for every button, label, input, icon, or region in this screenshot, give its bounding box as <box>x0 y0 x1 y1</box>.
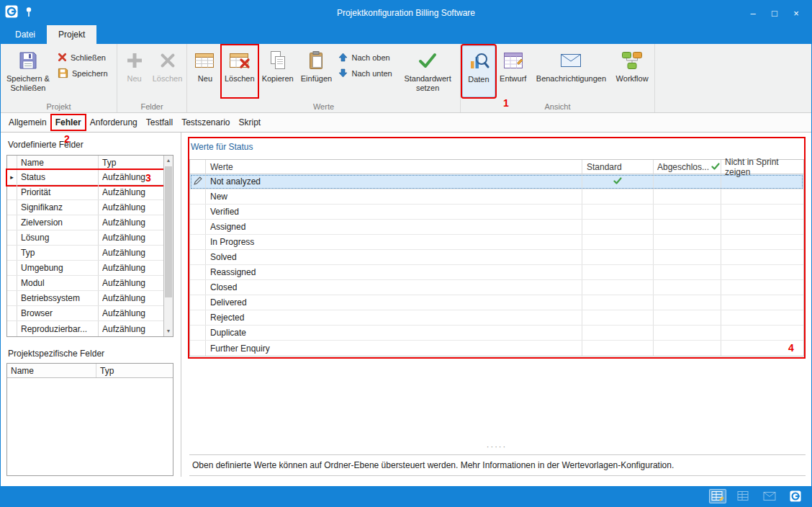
save-project-label: Speichern <box>72 69 108 78</box>
predefined-fields-label: Vordefinierte Felder <box>8 140 84 150</box>
tab-datei[interactable]: Datei <box>4 25 47 44</box>
value-row[interactable]: In Progress <box>190 235 803 250</box>
standard-check-icon <box>613 176 622 187</box>
value-row[interactable]: Assigned <box>190 220 803 235</box>
tab-allgemein[interactable]: Allgemein <box>5 115 50 130</box>
value-row[interactable]: Closed <box>190 280 803 295</box>
cell-field-typ: Aufzählung <box>99 261 163 275</box>
vertical-scrollbar[interactable]: ▲ ▼ <box>163 156 173 336</box>
panel-divider[interactable] <box>181 133 181 477</box>
maximize-button[interactable]: □ <box>764 4 785 22</box>
value-row-not-analyzed[interactable]: Not analyzed <box>190 174 803 189</box>
cell-field-typ: Aufzählung <box>99 291 163 305</box>
field-row-status[interactable]: ▸ Status Aufzählung <box>7 170 163 185</box>
column-header-sprint[interactable]: Nicht in Sprint zeigen <box>721 160 803 174</box>
current-row-arrow-icon: ▸ <box>10 174 14 181</box>
scroll-up-icon[interactable]: ▲ <box>164 156 173 166</box>
cell-field-name: Lösung <box>17 230 99 245</box>
cell-field-name: Typ <box>17 246 99 260</box>
paste-button[interactable]: Einfügen <box>298 45 335 97</box>
arrow-up-icon <box>338 53 348 63</box>
cell-value: Closed <box>206 280 582 295</box>
group-label-ansicht: Ansicht <box>461 102 654 111</box>
field-row[interactable]: Reproduzierbar...Aufzählung <box>7 321 163 336</box>
notifications-button[interactable]: Benachrichtigungen <box>531 45 612 97</box>
workflow-button[interactable]: Workflow <box>611 45 653 97</box>
field-row[interactable]: UmgebungAufzählung <box>7 261 163 276</box>
save-and-close-button[interactable]: Speichern & Schließen <box>2 45 54 97</box>
fields-table-header: Name Typ <box>7 364 173 378</box>
delete-value-button[interactable]: Löschen <box>222 45 258 97</box>
copy-button[interactable]: Kopieren <box>258 45 298 97</box>
cell-value: New <box>206 189 582 204</box>
value-row[interactable]: Verified <box>190 205 803 220</box>
column-header-standard[interactable]: Standard <box>582 160 654 174</box>
pencil-icon <box>194 176 202 187</box>
field-row[interactable]: ModulAufzählung <box>7 276 163 291</box>
minimize-button[interactable]: – <box>742 4 764 22</box>
delete-field-label: Löschen <box>153 74 183 84</box>
field-row[interactable]: SignifikanzAufzählung <box>7 200 163 215</box>
field-row[interactable]: TypAufzählung <box>7 246 163 261</box>
value-row[interactable]: New <box>190 189 803 205</box>
value-row[interactable]: Rejected <box>190 310 803 326</box>
group-label-werte: Werte <box>187 102 460 111</box>
cell-field-typ: Aufzählung <box>99 321 163 336</box>
statusbar-notifications-icon[interactable] <box>761 489 778 503</box>
cell-value: Verified <box>206 205 582 219</box>
statusbar-design-view-icon[interactable] <box>735 489 752 503</box>
field-row[interactable]: PrioritätAufzählung <box>7 185 163 200</box>
save-icon <box>18 47 38 74</box>
column-header-abgeschlossen[interactable]: Abgeschlos... <box>654 160 721 174</box>
scrollbar-thumb[interactable] <box>165 166 172 297</box>
value-row[interactable]: Duplicate <box>190 326 803 341</box>
cell-field-typ: Aufzählung <box>99 200 163 215</box>
delete-field-button[interactable]: Löschen <box>150 45 185 97</box>
scroll-down-icon[interactable]: ▼ <box>164 326 173 336</box>
group-label-felder: Felder <box>117 102 186 111</box>
column-header-werte[interactable]: Werte <box>206 160 582 174</box>
save-and-close-label: Speichern & Schließen <box>2 74 54 93</box>
cell-value: Solved <box>206 250 582 264</box>
field-row[interactable]: LösungAufzählung <box>7 230 163 246</box>
tab-projekt[interactable]: Projekt <box>47 25 96 44</box>
tab-fehler[interactable]: Fehler <box>52 115 85 130</box>
project-specific-fields-label: Projektspezifische Felder <box>8 349 104 359</box>
move-down-button[interactable]: Nach unten <box>336 67 397 80</box>
workflow-label: Workflow <box>616 74 649 84</box>
column-header-name[interactable]: Name <box>17 156 99 169</box>
save-project-button[interactable]: Speichern <box>55 67 110 80</box>
close-window-button[interactable]: × <box>785 4 807 22</box>
field-row[interactable]: ZielversionAufzählung <box>7 215 163 230</box>
column-header-typ[interactable]: Typ <box>99 156 163 169</box>
pin-icon[interactable] <box>24 6 33 20</box>
tab-testfall[interactable]: Testfall <box>143 115 176 130</box>
value-row[interactable]: Delivered <box>190 295 803 310</box>
workflow-icon <box>621 47 643 74</box>
tab-anforderung[interactable]: Anforderung <box>86 115 141 130</box>
cell-value: In Progress <box>206 235 582 249</box>
value-row[interactable]: Solved <box>190 250 803 265</box>
field-row[interactable]: BetriebssystemAufzählung <box>7 291 163 306</box>
tab-skript[interactable]: Skript <box>235 115 265 130</box>
cell-value: Duplicate <box>206 326 582 340</box>
column-header-typ[interactable]: Typ <box>96 364 173 377</box>
move-up-button[interactable]: Nach oben <box>336 51 397 64</box>
field-row[interactable]: BrowserAufzählung <box>7 306 163 321</box>
data-view-button[interactable]: Daten <box>462 45 495 97</box>
splitter-handle[interactable]: ····· <box>186 442 807 451</box>
value-row[interactable]: Further Enquiry <box>190 341 803 356</box>
cell-field-typ: Aufzählung <box>99 215 163 230</box>
tab-testszenario[interactable]: Testszenario <box>178 115 233 130</box>
design-view-button[interactable]: Entwurf <box>495 45 531 97</box>
new-field-button[interactable]: Neu <box>119 45 150 97</box>
close-project-button[interactable]: Schließen <box>55 51 110 64</box>
set-default-button[interactable]: Standardwert setzen <box>397 45 459 97</box>
column-header-name[interactable]: Name <box>7 364 96 377</box>
statusbar-data-view-icon[interactable] <box>709 489 726 503</box>
app-window: Projektkonfiguration Billing Software – … <box>0 0 812 507</box>
values-table: Werte Standard Abgeschlos... Nicht in Sp… <box>189 159 804 356</box>
paste-label: Einfügen <box>301 74 332 84</box>
value-row[interactable]: Reassigned <box>190 265 803 280</box>
new-value-button[interactable]: Neu <box>189 45 222 97</box>
